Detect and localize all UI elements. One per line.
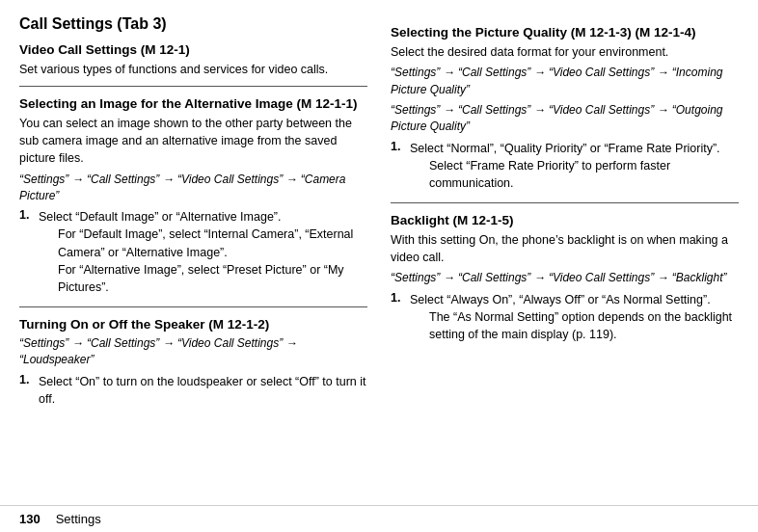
section-heading-picture-quality: Selecting the Picture Quality (M 12-1-3)… — [391, 25, 739, 40]
section-body-backlight: With this setting On, the phone’s backli… — [391, 231, 739, 266]
list-item-speaker-1: 1. Select “On” to turn on the loudspeake… — [19, 373, 367, 408]
divider-3 — [391, 202, 739, 203]
sub-text-pq-1: Select “Frame Rate Priority” to perform … — [429, 157, 739, 192]
section-heading-image: Selecting an Image for the Alternative I… — [19, 96, 367, 111]
right-column: Selecting the Picture Quality (M 12-1-3)… — [391, 15, 739, 495]
list-num-backlight-1: 1. — [391, 291, 406, 346]
list-text-backlight-1: Select “Always On”, “Always Off” or “As … — [410, 291, 739, 346]
main-title: Call Settings (Tab 3) — [19, 15, 367, 33]
path-image: “Settings” → “Call Settings” → “Video Ca… — [19, 172, 367, 205]
section-body-picture-quality: Select the desired data format for your … — [391, 43, 739, 61]
list-text-pq-1: Select “Normal”, “Quality Priority” or “… — [410, 140, 739, 195]
path-speaker: “Settings” → “Call Settings” → “Video Ca… — [19, 335, 367, 369]
divider-1 — [19, 86, 367, 87]
section-heading-speaker: Turning On or Off the Speaker (M 12-1-2) — [19, 317, 367, 332]
sub-text-backlight-1: The “As Normal Setting” option depends o… — [429, 308, 739, 343]
list-text-image-1: Select “Default Image” or “Alternative I… — [39, 208, 367, 299]
list-num-image-1: 1. — [19, 208, 35, 299]
path-backlight: “Settings” → “Call Settings” → “Video Ca… — [391, 270, 739, 286]
left-column: Call Settings (Tab 3) Video Call Setting… — [19, 15, 367, 495]
section-heading-backlight: Backlight (M 12-1-5) — [391, 213, 739, 227]
section-body-video-call: Set various types of functions and servi… — [19, 61, 367, 78]
section-body-image: You can select an image shown to the oth… — [19, 115, 367, 167]
list-text-speaker-1: Select “On” to turn on the loudspeaker o… — [39, 373, 367, 408]
page: Call Settings (Tab 3) Video Call Setting… — [0, 0, 758, 532]
footer-label: Settings — [56, 512, 101, 526]
path-picture-quality-1: “Settings” → “Call Settings” → “Video Ca… — [391, 65, 739, 98]
list-item-backlight-1: 1. Select “Always On”, “Always Off” or “… — [391, 291, 739, 346]
sub-text-image-1: For “Default Image”, select “Internal Ca… — [58, 226, 367, 296]
content-area: Call Settings (Tab 3) Video Call Setting… — [0, 0, 758, 505]
list-item-image-1: 1. Select “Default Image” or “Alternativ… — [19, 208, 367, 299]
list-text-image-1-text: Select “Default Image” or “Alternative I… — [39, 210, 282, 224]
list-text-backlight-1-text: Select “Always On”, “Always Off” or “As … — [410, 293, 711, 306]
footer-page-number: 130 — [19, 512, 41, 526]
divider-2 — [19, 306, 367, 307]
list-text-pq-1-text: Select “Normal”, “Quality Priority” or “… — [410, 142, 720, 155]
footer: 130 Settings — [0, 505, 758, 532]
path-picture-quality-2: “Settings” → “Call Settings” → “Video Ca… — [391, 102, 739, 136]
section-heading-video-call: Video Call Settings (M 12-1) — [19, 42, 367, 57]
list-item-picture-quality-1: 1. Select “Normal”, “Quality Priority” o… — [391, 140, 739, 195]
list-num-speaker-1: 1. — [19, 373, 35, 408]
list-num-pq-1: 1. — [391, 140, 406, 195]
